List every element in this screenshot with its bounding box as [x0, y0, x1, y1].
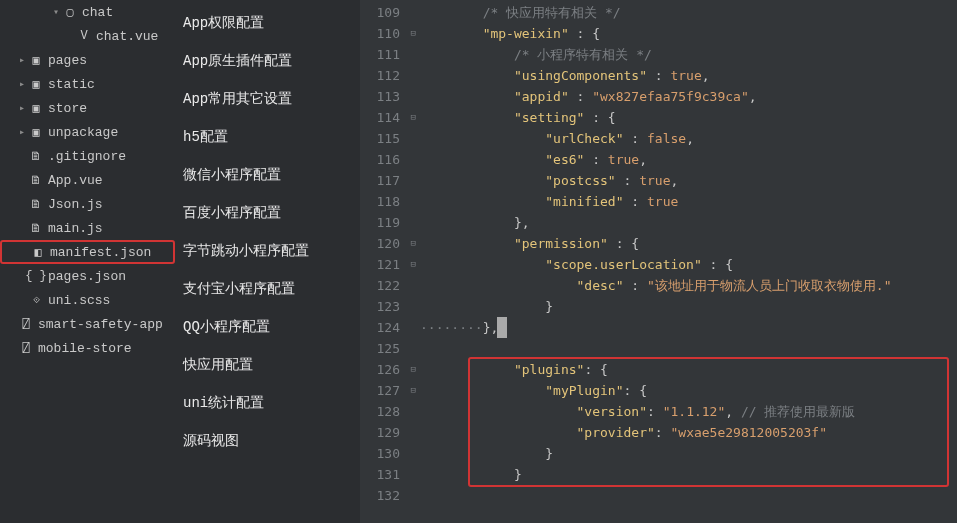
folder-icon: ▣	[28, 77, 44, 92]
code-line-129[interactable]: "provider": "wxae5e29812005203f"	[408, 422, 957, 443]
settings-item-7[interactable]: 支付宝小程序配置	[175, 270, 360, 308]
line-number: 114⊟	[360, 107, 408, 128]
arrow-icon: ▸	[16, 102, 28, 114]
code-line-132[interactable]	[408, 485, 957, 506]
line-number: 126⊟	[360, 359, 408, 380]
folder-open-icon: ▢	[62, 5, 78, 20]
line-number: 110⊟	[360, 23, 408, 44]
code-line-130[interactable]: }	[408, 443, 957, 464]
explorer-item-label: manifest.json	[50, 245, 151, 260]
explorer-item-store[interactable]: ▸▣store	[0, 96, 175, 120]
code-editor[interactable]: 109110⊟111112113114⊟115116117118119120⊟1…	[360, 0, 957, 523]
explorer-item-manifest-json[interactable]: ◧manifest.json	[0, 240, 175, 264]
settings-item-5[interactable]: 百度小程序配置	[175, 194, 360, 232]
explorer-item-chat-vue[interactable]: Vchat.vue	[0, 24, 175, 48]
explorer-item-label: chat	[82, 5, 113, 20]
explorer-item-label: App.vue	[48, 173, 103, 188]
line-number: 121⊟	[360, 254, 408, 275]
line-number: 127⊟	[360, 380, 408, 401]
settings-item-8[interactable]: QQ小程序配置	[175, 308, 360, 346]
code-line-126[interactable]: "plugins": {	[408, 359, 957, 380]
settings-item-2[interactable]: App常用其它设置	[175, 80, 360, 118]
code-line-119[interactable]: },	[408, 212, 957, 233]
settings-item-3[interactable]: h5配置	[175, 118, 360, 156]
code-line-118[interactable]: "minified" : true	[408, 191, 957, 212]
project-icon: ⍁	[18, 317, 34, 332]
explorer-item-mobile-store[interactable]: ⍁mobile-store	[0, 336, 175, 360]
settings-item-11[interactable]: 源码视图	[175, 422, 360, 460]
explorer-item-label: static	[48, 77, 95, 92]
line-number: 122	[360, 275, 408, 296]
settings-item-9[interactable]: 快应用配置	[175, 346, 360, 384]
braces-icon: { }	[28, 269, 44, 283]
settings-item-4[interactable]: 微信小程序配置	[175, 156, 360, 194]
manifest-settings-panel: App权限配置App原生插件配置App常用其它设置h5配置微信小程序配置百度小程…	[175, 0, 360, 523]
line-number: 129	[360, 422, 408, 443]
code-line-124[interactable]: ········},	[408, 317, 957, 338]
line-number: 125	[360, 338, 408, 359]
explorer-item--gitignore[interactable]: 🗎.gitignore	[0, 144, 175, 168]
line-number: 131	[360, 464, 408, 485]
file-icon: 🗎	[28, 197, 44, 212]
code-line-117[interactable]: "postcss" : true,	[408, 170, 957, 191]
code-line-111[interactable]: /* 小程序特有相关 */	[408, 44, 957, 65]
line-number: 117	[360, 170, 408, 191]
explorer-item-main-js[interactable]: 🗎main.js	[0, 216, 175, 240]
folder-icon: ▣	[28, 125, 44, 140]
settings-item-0[interactable]: App权限配置	[175, 4, 360, 42]
explorer-item-smart-safety-app[interactable]: ⍁smart-safety-app	[0, 312, 175, 336]
settings-item-10[interactable]: uni统计配置	[175, 384, 360, 422]
explorer-item-label: .gitignore	[48, 149, 126, 164]
line-number: 113	[360, 86, 408, 107]
line-number: 115	[360, 128, 408, 149]
code-line-127[interactable]: "myPlugin": {	[408, 380, 957, 401]
settings-item-1[interactable]: App原生插件配置	[175, 42, 360, 80]
code-area[interactable]: /* 快应用特有相关 */ "mp-weixin" : { /* 小程序特有相关…	[408, 0, 957, 523]
explorer-item-label: main.js	[48, 221, 103, 236]
code-line-122[interactable]: "desc" : "该地址用于物流人员上门收取衣物使用."	[408, 275, 957, 296]
code-line-131[interactable]: }	[408, 464, 957, 485]
line-number: 130	[360, 443, 408, 464]
code-line-115[interactable]: "urlCheck" : false,	[408, 128, 957, 149]
code-line-121[interactable]: "scope.userLocation" : {	[408, 254, 957, 275]
line-number: 120⊟	[360, 233, 408, 254]
explorer-item-label: Json.js	[48, 197, 103, 212]
line-number: 124	[360, 317, 408, 338]
line-number: 132	[360, 485, 408, 506]
folder-icon: ▣	[28, 53, 44, 68]
scss-icon: ⟐	[28, 293, 44, 307]
explorer-item-uni-scss[interactable]: ⟐uni.scss	[0, 288, 175, 312]
code-line-110[interactable]: "mp-weixin" : {	[408, 23, 957, 44]
line-number-gutter: 109110⊟111112113114⊟115116117118119120⊟1…	[360, 0, 408, 523]
code-line-123[interactable]: }	[408, 296, 957, 317]
file-explorer: ▾▢chatVchat.vue▸▣pages▸▣static▸▣store▸▣u…	[0, 0, 175, 523]
project-icon: ⍁	[18, 341, 34, 356]
code-line-128[interactable]: "version": "1.1.12", // 推荐使用最新版	[408, 401, 957, 422]
line-number: 119	[360, 212, 408, 233]
explorer-item-label: store	[48, 101, 87, 116]
code-line-114[interactable]: "setting" : {	[408, 107, 957, 128]
file-icon: 🗎	[28, 221, 44, 236]
code-line-113[interactable]: "appid" : "wx827efaa75f9c39ca",	[408, 86, 957, 107]
code-line-109[interactable]: /* 快应用特有相关 */	[408, 2, 957, 23]
code-line-116[interactable]: "es6" : true,	[408, 149, 957, 170]
code-line-112[interactable]: "usingComponents" : true,	[408, 65, 957, 86]
code-line-120[interactable]: "permission" : {	[408, 233, 957, 254]
folder-icon: ▣	[28, 101, 44, 116]
code-line-125[interactable]	[408, 338, 957, 359]
explorer-item-label: mobile-store	[38, 341, 132, 356]
explorer-item-label: pages	[48, 53, 87, 68]
explorer-item-chat[interactable]: ▾▢chat	[0, 0, 175, 24]
explorer-item-static[interactable]: ▸▣static	[0, 72, 175, 96]
arrow-icon: ▸	[16, 54, 28, 66]
explorer-item-pages[interactable]: ▸▣pages	[0, 48, 175, 72]
line-number: 118	[360, 191, 408, 212]
explorer-item-pages-json[interactable]: { }pages.json	[0, 264, 175, 288]
explorer-item-app-vue[interactable]: 🗎App.vue	[0, 168, 175, 192]
explorer-item-unpackage[interactable]: ▸▣unpackage	[0, 120, 175, 144]
line-number: 128	[360, 401, 408, 422]
settings-item-6[interactable]: 字节跳动小程序配置	[175, 232, 360, 270]
explorer-item-label: pages.json	[48, 269, 126, 284]
explorer-item-json-js[interactable]: 🗎Json.js	[0, 192, 175, 216]
line-number: 116	[360, 149, 408, 170]
